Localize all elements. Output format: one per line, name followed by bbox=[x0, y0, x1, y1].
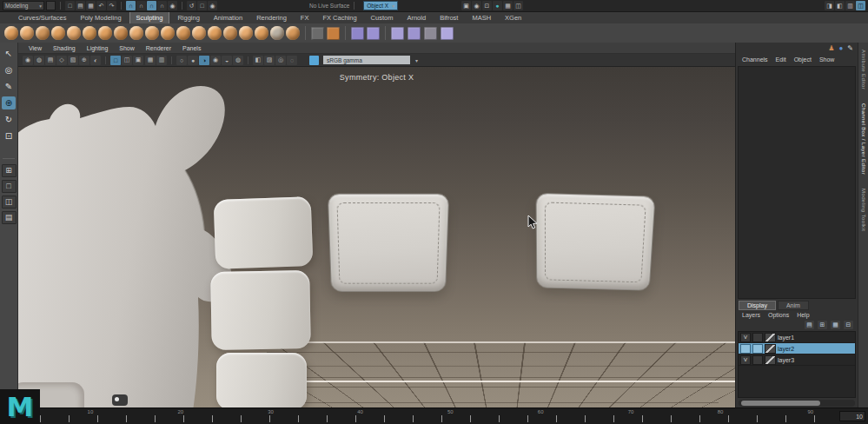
color-management-toggle[interactable] bbox=[309, 56, 319, 65]
oversampling-icon[interactable]: ◐ bbox=[90, 56, 101, 65]
current-frame-field[interactable]: 10 bbox=[839, 411, 865, 421]
shelf-tab[interactable]: Animation bbox=[208, 12, 248, 23]
shelf-tab[interactable]: Rendering bbox=[250, 12, 293, 23]
bulge-brush-icon[interactable] bbox=[239, 26, 253, 40]
new-empty-layer-icon[interactable]: ⊞ bbox=[818, 321, 827, 329]
layer-editor-tab[interactable]: Display bbox=[739, 301, 776, 310]
bookmarks-icon[interactable]: ◇ bbox=[56, 56, 67, 65]
shelf-tab[interactable]: Bifrost bbox=[434, 12, 464, 23]
sculpt-falloff-icon[interactable] bbox=[311, 27, 324, 40]
snap-to-point-icon[interactable]: ∩ bbox=[147, 1, 156, 10]
imprint-brush-icon[interactable] bbox=[145, 26, 159, 40]
character-set-icon[interactable]: ♟ bbox=[828, 44, 834, 53]
layer-row[interactable]: layer2 bbox=[739, 343, 855, 354]
scrollbar-thumb[interactable] bbox=[741, 401, 820, 406]
camera-attributes-icon[interactable]: ▤ bbox=[45, 56, 56, 65]
toon-shading-icon[interactable]: ● bbox=[493, 1, 502, 10]
lasso-select-tool[interactable]: ◎ bbox=[2, 63, 16, 76]
layer-editor-menu-item[interactable]: Help bbox=[797, 312, 809, 318]
undo-icon[interactable]: ↶ bbox=[96, 1, 106, 10]
fill-brush-icon[interactable] bbox=[192, 26, 206, 40]
move-tool[interactable]: ⊕ bbox=[2, 96, 16, 109]
field-chart-icon[interactable]: ▦ bbox=[145, 56, 156, 65]
panel-menu-item[interactable]: Shading bbox=[53, 45, 76, 51]
layer-visibility-toggle[interactable] bbox=[740, 344, 751, 354]
channel-box-menu-item[interactable]: Channels bbox=[742, 56, 768, 63]
panel-menu-item[interactable]: Show bbox=[119, 45, 135, 51]
image-plane-icon[interactable]: ▧ bbox=[68, 56, 78, 65]
delete-layer-icon[interactable]: ⊟ bbox=[844, 321, 853, 329]
spray-brush-icon[interactable] bbox=[114, 26, 128, 40]
layer-color-swatch[interactable] bbox=[765, 344, 776, 354]
ui-elements-toggle[interactable] bbox=[46, 1, 56, 10]
xray-icon[interactable]: ▨ bbox=[264, 56, 275, 65]
shelf-tab[interactable]: Poly Modeling bbox=[74, 12, 127, 23]
shelf-tab[interactable]: MASH bbox=[466, 12, 497, 23]
wireframe-on-shaded-icon[interactable]: ◎ bbox=[275, 56, 286, 65]
layer-visibility-toggle[interactable]: V bbox=[740, 355, 751, 365]
mask-brush-icon[interactable] bbox=[351, 27, 364, 40]
layout-four-pane[interactable]: ⊞ bbox=[2, 164, 17, 177]
scrape-brush-icon[interactable] bbox=[176, 26, 190, 40]
layer-editor-tab[interactable]: Anim bbox=[778, 301, 809, 310]
target-weld-icon[interactable] bbox=[424, 27, 437, 40]
open-scene-icon[interactable]: ▤ bbox=[76, 1, 85, 10]
textured-icon[interactable]: ◑ bbox=[199, 56, 209, 65]
redo-icon[interactable]: ↷ bbox=[107, 1, 116, 10]
gate-mask-icon[interactable]: ▣ bbox=[133, 56, 143, 65]
foamy-brush-icon[interactable] bbox=[98, 26, 112, 40]
lock-camera-icon[interactable]: ◍ bbox=[34, 56, 44, 65]
move-layer-up-icon[interactable]: ▤ bbox=[805, 321, 814, 329]
shelf-tab[interactable]: FX bbox=[295, 12, 315, 23]
panel-menu-item[interactable]: Renderer bbox=[146, 45, 171, 51]
view-transform-dropdown[interactable]: sRGB gamma bbox=[323, 56, 410, 64]
paint-select-tool[interactable]: ✎ bbox=[2, 80, 16, 93]
new-layer-from-selected-icon[interactable]: ▦ bbox=[831, 321, 840, 329]
use-all-lights-icon[interactable]: ◉ bbox=[210, 56, 221, 65]
smooth-brush-icon[interactable] bbox=[20, 26, 34, 40]
sidebar-vertical-tab[interactable]: Channel Box / Layer Editor bbox=[861, 103, 866, 175]
time-slider-ticks[interactable]: 102030405060708090 bbox=[40, 409, 838, 423]
resolution-gate-icon[interactable]: ◫ bbox=[122, 56, 132, 65]
scale-tool[interactable]: ⊡ bbox=[2, 129, 16, 142]
default-material-icon[interactable]: ◌ bbox=[287, 56, 297, 65]
attribute-editor-toggle[interactable]: ◨ bbox=[825, 1, 834, 10]
layout-two-pane[interactable]: ◫ bbox=[2, 195, 17, 209]
snap-to-curve-icon[interactable]: ∩ bbox=[136, 1, 146, 10]
wireframe-icon[interactable]: ○ bbox=[176, 56, 187, 65]
render-view-icon[interactable]: □ bbox=[197, 1, 207, 10]
panel-menu-item[interactable]: Panels bbox=[182, 45, 201, 51]
panel-menu-item[interactable]: Lighting bbox=[87, 45, 109, 51]
new-scene-icon[interactable]: □ bbox=[65, 1, 75, 10]
ipr-render-icon[interactable]: ◉ bbox=[472, 1, 481, 10]
convert-frozen-icon[interactable] bbox=[286, 26, 300, 40]
layout-outliner-pane[interactable]: ▤ bbox=[2, 211, 17, 224]
layer-row[interactable]: V layer1 bbox=[739, 332, 855, 343]
film-gate-icon[interactable]: □ bbox=[110, 56, 121, 65]
stacked-slab[interactable] bbox=[210, 270, 311, 350]
select-camera-icon[interactable]: ◉ bbox=[23, 56, 33, 65]
panel-menu-item[interactable]: View bbox=[29, 45, 42, 51]
layer-playback-toggle[interactable] bbox=[752, 333, 763, 342]
modeling-toolkit-toggle[interactable]: ◫ bbox=[856, 1, 865, 10]
channel-box-menu-item[interactable]: Show bbox=[819, 56, 835, 63]
construction-history-icon[interactable]: ↺ bbox=[187, 1, 196, 10]
flatten-brush-icon[interactable] bbox=[83, 26, 96, 40]
pan-zoom-icon[interactable]: ⊕ bbox=[79, 56, 89, 65]
sculpt-brush-icon[interactable] bbox=[4, 26, 18, 40]
viewport-canvas[interactable]: Symmetry: Object X bbox=[18, 67, 735, 408]
save-scene-icon[interactable]: ▦ bbox=[86, 1, 96, 10]
relax-brush-icon[interactable] bbox=[36, 26, 50, 40]
snap-to-plane-icon[interactable]: ∩ bbox=[157, 1, 167, 10]
render-current-frame-icon[interactable]: ▣ bbox=[461, 1, 471, 10]
multi-cut-icon[interactable] bbox=[407, 27, 421, 40]
layer-playback-toggle[interactable] bbox=[752, 355, 763, 365]
wax-brush-icon[interactable] bbox=[161, 26, 175, 40]
shelf-tab[interactable]: FX Caching bbox=[316, 12, 362, 23]
cushion-panel-right[interactable] bbox=[536, 193, 656, 291]
unmask-brush-icon[interactable] bbox=[367, 27, 380, 40]
sidebar-vertical-tab[interactable]: Attribute Editor bbox=[861, 50, 866, 89]
rotate-tool[interactable]: ↻ bbox=[2, 113, 16, 126]
smear-brush-icon[interactable] bbox=[223, 26, 237, 40]
repeat-brush-icon[interactable] bbox=[129, 26, 143, 40]
